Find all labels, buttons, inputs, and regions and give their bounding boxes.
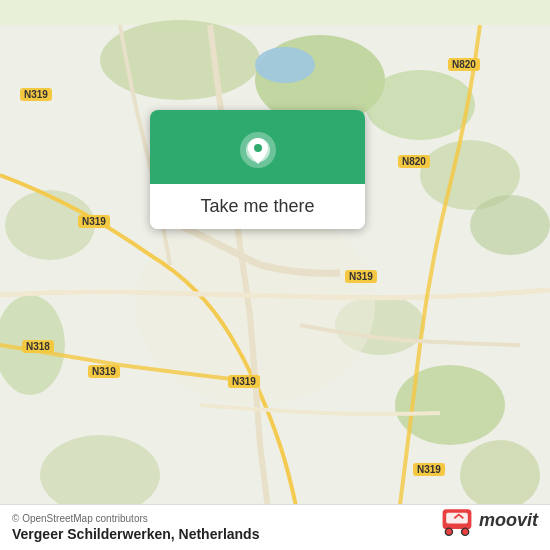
take-me-there-button[interactable]: Take me there <box>200 196 314 217</box>
pin-icon <box>236 128 280 172</box>
svg-point-12 <box>40 435 160 515</box>
moovit-logo: moovit <box>439 502 538 538</box>
popup-green-header <box>150 110 365 184</box>
location-popup: Take me there <box>150 110 365 229</box>
road-label-n820-1: N820 <box>448 58 480 71</box>
moovit-icon <box>439 502 475 538</box>
svg-point-20 <box>461 528 468 535</box>
road-label-n318: N318 <box>22 340 54 353</box>
moovit-text: moovit <box>479 510 538 531</box>
road-label-n319-6: N319 <box>413 463 445 476</box>
svg-point-4 <box>255 47 315 83</box>
map-container: N319 N820 N820 N319 N319 N318 N319 N319 … <box>0 0 550 550</box>
svg-point-19 <box>445 528 452 535</box>
popup-button-area: Take me there <box>150 184 365 229</box>
svg-point-16 <box>254 144 262 152</box>
svg-point-3 <box>365 70 475 140</box>
map-background <box>0 0 550 550</box>
svg-point-9 <box>460 440 540 510</box>
svg-point-1 <box>100 20 260 100</box>
road-label-n319-5: N319 <box>228 375 260 388</box>
svg-rect-18 <box>446 513 468 524</box>
road-label-n319-4: N319 <box>88 365 120 378</box>
location-pin <box>236 128 280 172</box>
svg-point-6 <box>470 195 550 255</box>
road-label-n319-3: N319 <box>345 270 377 283</box>
road-label-n319-1: N319 <box>20 88 52 101</box>
road-label-n820-2: N820 <box>398 155 430 168</box>
road-label-n319-2: N319 <box>78 215 110 228</box>
